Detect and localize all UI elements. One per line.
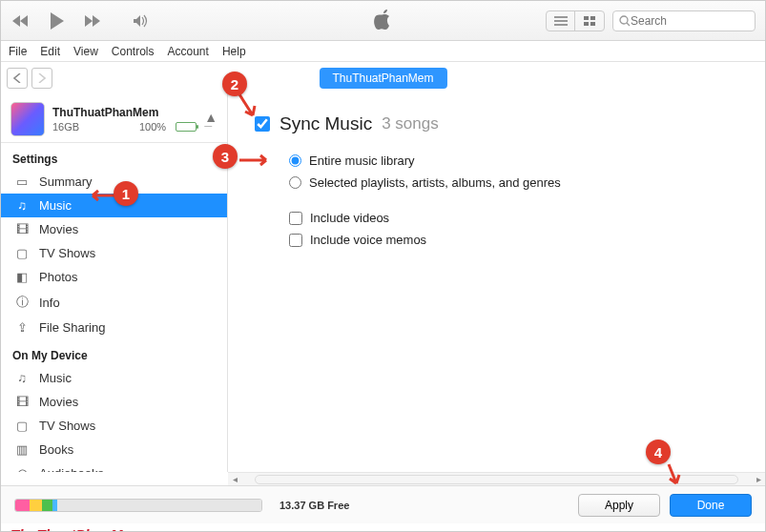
fileshare-icon: ⇪ <box>14 320 30 335</box>
sidebar-ondevice-books[interactable]: ▥Books <box>1 438 227 461</box>
music-icon: ♫ <box>14 371 30 385</box>
list-view-icon[interactable] <box>547 11 575 31</box>
done-button[interactable]: Done <box>670 494 752 517</box>
include-videos-checkbox[interactable] <box>289 212 302 225</box>
sidebar-item-label: Movies <box>39 222 78 236</box>
menu-file[interactable]: File <box>9 45 27 58</box>
sidebar-item-label: Info <box>39 296 60 310</box>
sidebar-ondevice-movies[interactable]: 🎞Movies <box>1 390 227 414</box>
capacity-seg <box>15 500 30 511</box>
annotation-arrow-icon <box>663 462 682 487</box>
device-battery-pct: 100% <box>139 121 166 133</box>
device-tab[interactable]: ThuThuatPhanMem <box>319 68 446 89</box>
annotation-callout-2: 2 <box>222 72 247 96</box>
svg-rect-0 <box>584 16 589 20</box>
play-icon[interactable] <box>49 11 66 31</box>
grid-view-icon[interactable] <box>575 11 604 31</box>
movies-icon: 🎞 <box>14 395 30 409</box>
include-videos-label: Include videos <box>310 211 389 225</box>
footer-bar: 13.37 GB Free Apply Done <box>1 485 765 523</box>
radio-entire-library[interactable] <box>289 154 301 167</box>
apply-button[interactable]: Apply <box>578 494 660 517</box>
search-input[interactable] <box>631 14 735 28</box>
volume-icon[interactable] <box>133 14 150 28</box>
watermark-tld: .vn <box>143 526 164 533</box>
nav-forward-button[interactable] <box>31 68 52 89</box>
eject-icon[interactable]: ▲— <box>204 110 217 130</box>
radio-selected-label: Selected playlists, artists, albums, and… <box>309 175 561 190</box>
svg-point-4 <box>620 16 628 24</box>
movies-icon: 🎞 <box>14 222 30 236</box>
search-box[interactable] <box>612 10 756 31</box>
svg-line-5 <box>627 23 630 26</box>
watermark: ThuThuatPhanMem.vn <box>1 523 765 532</box>
device-thumbnail-icon <box>10 102 45 136</box>
photos-icon: ◧ <box>14 270 30 284</box>
device-storage: 16GB <box>52 121 79 133</box>
sidebar-item-label: Music <box>39 371 72 385</box>
device-header[interactable]: ThuThuatPhanMem 16GB 100% ▲— <box>1 96 227 143</box>
sidebar-item-label: Audiobooks <box>39 466 104 472</box>
next-track-icon[interactable] <box>83 14 104 28</box>
capacity-seg <box>30 500 42 511</box>
menu-edit[interactable]: Edit <box>40 45 60 58</box>
music-icon: ♫ <box>14 198 30 213</box>
scroll-right-icon[interactable]: ▸ <box>752 474 765 484</box>
capacity-bar <box>14 499 262 512</box>
annotation-arrow-icon <box>236 92 259 121</box>
sidebar-item-label: Movies <box>39 395 78 409</box>
annotation-callout-4: 4 <box>646 440 671 464</box>
sidebar-item-info[interactable]: ⓘInfo <box>1 289 227 316</box>
watermark-brand: ThuThuatPhanMem <box>10 526 143 533</box>
menu-bar: File Edit View Controls Account Help <box>1 41 765 62</box>
previous-track-icon[interactable] <box>10 14 31 28</box>
sidebar-item-label: TV Shows <box>39 419 95 433</box>
menu-controls[interactable]: Controls <box>112 45 155 58</box>
info-icon: ⓘ <box>14 294 30 311</box>
books-icon: ▥ <box>14 442 30 457</box>
sync-song-count: 3 songs <box>382 114 439 133</box>
sidebar-item-tvshows[interactable]: ▢TV Shows <box>1 241 227 265</box>
free-space-label: 13.37 GB Free <box>279 500 349 511</box>
svg-rect-1 <box>590 16 595 20</box>
sidebar-item-filesharing[interactable]: ⇪File Sharing <box>1 316 227 339</box>
sidebar-ondevice-tvshows[interactable]: ▢TV Shows <box>1 414 227 438</box>
capacity-seg <box>42 500 52 511</box>
playback-toolbar <box>1 1 765 41</box>
sidebar-item-label: File Sharing <box>39 320 105 335</box>
search-icon <box>619 15 631 27</box>
scroll-left-icon[interactable]: ◂ <box>228 474 241 484</box>
sidebar-section-ondevice: On My Device <box>1 339 227 366</box>
tv-icon: ▢ <box>14 246 30 260</box>
annotation-callout-3: 3 <box>213 144 238 169</box>
annotation-arrow-icon <box>238 153 274 167</box>
sidebar-ondevice-music[interactable]: ♫Music <box>1 366 227 390</box>
include-voice-memos-label: Include voice memos <box>310 233 426 247</box>
radio-selected-playlists[interactable] <box>289 176 301 189</box>
capacity-seg <box>57 500 261 511</box>
sidebar-section-settings: Settings <box>1 143 227 170</box>
sidebar-item-movies[interactable]: 🎞Movies <box>1 217 227 241</box>
content-pane: Sync Music 3 songs Entire music library … <box>228 94 765 472</box>
sidebar-item-label: Music <box>39 198 72 213</box>
annotation-callout-1: 1 <box>114 181 138 206</box>
view-switcher[interactable] <box>546 10 605 31</box>
menu-help[interactable]: Help <box>222 45 246 58</box>
radio-entire-label: Entire music library <box>309 153 415 168</box>
battery-icon <box>176 122 197 132</box>
device-name: ThuThuatPhanMem <box>52 106 197 119</box>
sidebar-item-photos[interactable]: ◧Photos <box>1 265 227 289</box>
include-voice-memos-checkbox[interactable] <box>289 234 302 247</box>
sidebar-ondevice-audiobooks[interactable]: ◎Audiobooks <box>1 461 227 472</box>
sidebar: ThuThuatPhanMem 16GB 100% ▲— Settings ▭S… <box>1 94 228 472</box>
menu-account[interactable]: Account <box>168 45 209 58</box>
navigation-strip: ThuThuatPhanMem <box>1 62 765 94</box>
horizontal-scrollbar[interactable]: ◂ ▸ <box>228 472 765 485</box>
sidebar-item-label: Photos <box>39 270 77 284</box>
svg-rect-3 <box>590 22 595 26</box>
nav-back-button[interactable] <box>7 68 28 89</box>
sync-music-title: Sync Music <box>279 113 372 134</box>
sidebar-item-label: Summary <box>39 174 93 189</box>
sidebar-item-label: Books <box>39 442 73 457</box>
menu-view[interactable]: View <box>73 45 98 58</box>
